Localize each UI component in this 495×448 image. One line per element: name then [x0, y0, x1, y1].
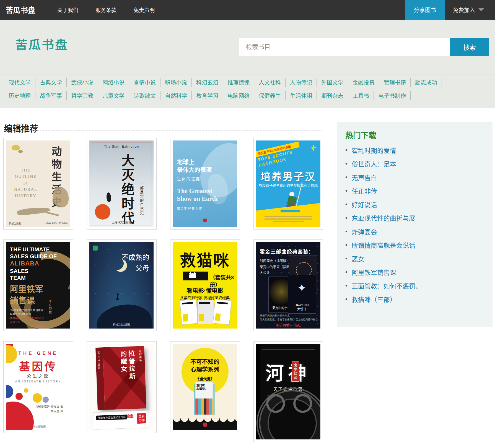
list-item: 东亚现代性的曲折与展 — [345, 211, 487, 225]
decor-bar — [273, 221, 304, 222]
category-link[interactable]: 电脑网络 — [223, 91, 254, 100]
nav-right-group: 分享图书 免费加入 — [405, 0, 495, 20]
category-link[interactable]: 历史地理 — [4, 91, 35, 100]
category-link[interactable]: 期刊杂志 — [317, 91, 348, 100]
hot-download-link[interactable]: 阿里铁军销售课 — [352, 267, 396, 277]
category-link[interactable]: 职场小说 — [160, 78, 192, 87]
category-link[interactable]: 哲学宗教 — [67, 91, 98, 100]
decor-circle — [33, 393, 42, 403]
category-link[interactable]: 管理书籍 — [379, 78, 411, 87]
category-link[interactable]: 言情小说 — [129, 78, 160, 87]
nav-item-disclaimer[interactable]: 免责声明 — [125, 6, 163, 14]
category-link[interactable]: 人文社科 — [254, 78, 286, 87]
category-link[interactable]: 工具书 — [348, 91, 374, 100]
category-link[interactable]: 古典文学 — [35, 78, 67, 87]
cover-author: 东野圭吾 — [138, 349, 143, 362]
cat-silhouette — [189, 273, 196, 278]
share-book-button[interactable]: 分享图书 — [405, 0, 445, 20]
book-card[interactable]: 不可不知的 心理学系列 《全9册》 重口味 心理学2 — [170, 341, 240, 433]
category-link[interactable]: 网络小说 — [98, 78, 129, 87]
hot-download-link[interactable]: 俗世奇人：足本 — [352, 159, 396, 168]
category-link[interactable]: 战争军事 — [35, 91, 67, 100]
category-link[interactable]: 金融投资 — [348, 78, 379, 87]
hot-download-link[interactable]: 正面管教：如何不惩罚、 — [352, 281, 422, 290]
category-link[interactable]: 儿童文学 — [98, 91, 129, 100]
book-cover-laplace-witch: ラプラスの魔女 拉普拉斯 的魔女 东野圭吾 东野圭吾的人性实验室 30周年作家生… — [89, 344, 154, 430]
cover-english-title: THE OUTLINE OF NATURAL HISTORY — [9, 167, 42, 199]
book-card[interactable]: THE GENE 基因传 众生之源 AN INTIMATE HISTORY [美… — [3, 341, 73, 433]
book-card[interactable]: 霍金三部曲经典套装： 时间简史（插图版） 果壳中的宇宙（插图本） 大设计 时间简… — [253, 239, 323, 331]
category-link[interactable]: 外国文学 — [317, 78, 348, 87]
hot-download-link[interactable]: 东亚现代性的曲折与展 — [352, 213, 415, 223]
box-set-shape: 重口味 心理学2 — [194, 384, 216, 415]
category-link[interactable]: 自然科学 — [160, 91, 192, 100]
book-card[interactable]: THE ULTIMATE SALES GUIDE OF ALIBABA SALE… — [3, 239, 73, 331]
cover-footer-text: 畅销国内外的科普经典作品 伟大的思想家、宇宙学家史蒂芬·霍金的经典著作集合 — [260, 314, 318, 322]
cover-english-title: THE GENE — [6, 351, 70, 356]
category-link[interactable]: 电子书制作 — [374, 91, 411, 100]
cover-title: 阿里铁军 销售课 — [10, 284, 43, 306]
cover-author: 李立恒 著 — [48, 300, 52, 314]
mini-book-shape — [180, 299, 198, 325]
category-link[interactable]: 保健养生 — [254, 91, 286, 100]
translator-line: 马向涛 译 — [51, 410, 63, 413]
book-card[interactable]: ラプラスの魔女 拉普拉斯 的魔女 东野圭吾 东野圭吾的人性实验室 30周年作家生… — [87, 341, 156, 433]
brand-logo[interactable]: 苦瓜书盘 — [6, 4, 35, 15]
mini-book-shape — [197, 300, 214, 324]
cover-english-title: SALES TEAM — [10, 268, 28, 282]
category-link[interactable]: 生活休闲 — [286, 91, 317, 100]
list-item: 任正非传 — [345, 184, 487, 197]
hot-download-link[interactable]: 任正非传 — [352, 186, 377, 196]
cover-line2: 从菜鸟到行家 揭秘好莱坞经典 — [173, 295, 237, 300]
book-card[interactable]: 河神 鬼水怪谈 天下霸唱◎著 — [253, 341, 323, 442]
search-input[interactable] — [239, 38, 450, 56]
chevron-down-icon[interactable] — [478, 8, 484, 11]
category-link[interactable]: 诗歌散文 — [129, 91, 160, 100]
hot-download-link[interactable]: 炸弹宴会 — [352, 227, 377, 236]
site-logo[interactable]: 苦瓜书盘 — [15, 35, 68, 53]
book-cover-save-the-cat: 救猫咪 （套装共3册） 看电影·懂电影 从菜鸟到行家 揭秘好莱坞经典 — [173, 242, 237, 329]
list-item: 好好说话 — [345, 197, 487, 211]
cover-note: “阿里军校”首任校长亲自传授 阿里铁军销售秘籍 — [10, 308, 43, 316]
category-link[interactable]: 人物传记 — [286, 78, 317, 87]
nav-item-about[interactable]: 关于我们 — [49, 6, 87, 14]
book-card[interactable]: 不成熟的 父母 机械工业出版社 — [87, 239, 156, 331]
category-link[interactable]: 现代文学 — [4, 78, 35, 87]
cover-title: 大灭绝时代 — [117, 154, 136, 226]
book-card[interactable]: The Sixth Extinction 大灭绝时代 一部反常的自然史 上海译文… — [87, 138, 156, 230]
book-card[interactable]: 英国童子军100周年纪念版 BOYS SCOUTS HANDBOOK ⚜ 培养男… — [253, 138, 323, 230]
cover-author: [美]悉达多·穆克吉 著 马向涛 译 — [37, 404, 63, 414]
sticker-badge — [95, 204, 110, 220]
hot-download-link[interactable]: 好好说话 — [352, 200, 377, 209]
book-cover-the-gene: THE GENE 基因传 众生之源 AN INTIMATE HISTORY [美… — [6, 344, 70, 430]
category-link[interactable]: 科幻玄幻 — [192, 78, 223, 87]
hot-download-link[interactable]: 霍乱时期的爱情 — [352, 145, 396, 155]
cover-publisher: 湖南科学技术出版社 — [256, 323, 320, 327]
search-button[interactable]: 搜索 — [450, 38, 489, 56]
category-link[interactable]: 教育学习 — [192, 91, 223, 100]
join-free-link[interactable]: 免费加入 — [453, 6, 475, 14]
book-card[interactable]: 地球上 最伟大的表演 进化的证据 The Greatest Show on Ea… — [170, 138, 240, 230]
site-header: 苦瓜书盘 搜索 现代文学 古典文学 武侠小说 网络小说 言情小说 职场小说 科幻… — [0, 20, 495, 108]
book-card[interactable]: THE OUTLINE OF NATURAL HISTORY 动物生活史 新星出… — [3, 138, 73, 230]
publisher-logo-square — [93, 246, 98, 251]
cover-publisher: 新星出版社 NEW STAR PRESS — [9, 222, 68, 225]
publisher-en: NEW STAR PRESS — [45, 222, 68, 225]
nav-item-terms[interactable]: 服务条款 — [87, 6, 125, 14]
cover-publisher: 机械工业出版社 — [89, 323, 154, 326]
hot-download-link[interactable]: 无声告白 — [352, 173, 377, 182]
cover-publisher: 中信出版集团 — [6, 425, 70, 428]
category-link[interactable]: 推理惊悚 — [223, 78, 254, 87]
book-cover-raising-boys: 英国童子军100周年纪念版 BOYS SCOUTS HANDBOOK ⚜ 培养男… — [256, 140, 320, 227]
book-card[interactable]: 救猫咪 （套装共3册） 看电影·懂电影 从菜鸟到行家 揭秘好莱坞经典 — [170, 239, 240, 331]
list-item: 正面管教：如何不惩罚、 — [345, 279, 487, 292]
list-item: 恶女 — [345, 252, 487, 265]
top-navbar: 苦瓜书盘 关于我们 服务条款 免责声明 分享图书 免费加入 — [0, 0, 495, 20]
dashed-divider — [4, 130, 322, 131]
hot-download-link[interactable]: 救猫咪（三部） — [352, 295, 396, 304]
hot-download-link[interactable]: 恶女 — [352, 254, 364, 263]
hot-download-link[interactable]: 所谓情商高就是会说话 — [352, 240, 415, 250]
decor-bar — [265, 216, 312, 217]
category-link[interactable]: 武侠小说 — [67, 78, 98, 87]
category-link[interactable]: 励志成功 — [411, 78, 442, 87]
